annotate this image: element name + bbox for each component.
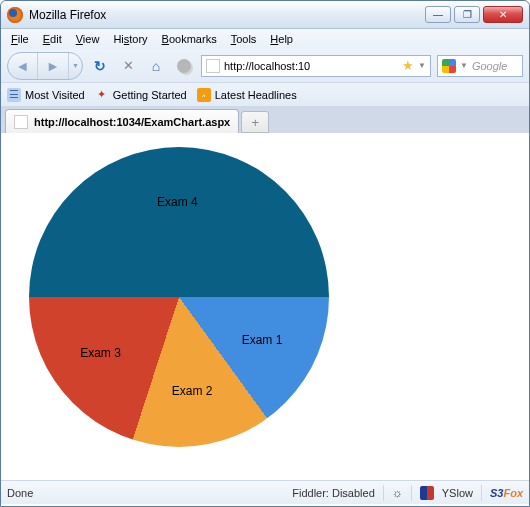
pie-slice-label: Exam 1 bbox=[242, 333, 283, 347]
bookmark-star-icon[interactable]: ★ bbox=[402, 58, 414, 73]
page-content: Exam 1Exam 2Exam 3Exam 4 bbox=[1, 133, 529, 480]
menu-view[interactable]: View bbox=[70, 32, 106, 46]
getting-started-icon: ✦ bbox=[95, 88, 109, 102]
status-bar: Done Fiddler: Disabled ☼ YSlow S3Fox bbox=[1, 480, 529, 504]
url-bar[interactable]: http://localhost:10 ★ ▼ bbox=[201, 55, 431, 77]
bookmark-label: Getting Started bbox=[113, 89, 187, 101]
bookmark-getting-started[interactable]: ✦ Getting Started bbox=[95, 88, 187, 102]
status-text: Done bbox=[7, 487, 284, 499]
addon-icon[interactable] bbox=[173, 55, 195, 77]
forward-button[interactable]: ► bbox=[38, 53, 68, 79]
bookmark-most-visited[interactable]: ☰ Most Visited bbox=[7, 88, 85, 102]
firebug-icon[interactable]: ☼ bbox=[392, 486, 403, 500]
pie-graphic bbox=[29, 147, 329, 447]
tab-title: http://localhost:1034/ExamChart.aspx bbox=[34, 116, 230, 128]
stop-button[interactable]: ✕ bbox=[117, 55, 139, 77]
search-bar[interactable]: ▼ Google bbox=[437, 55, 523, 77]
tab-strip: http://localhost:1034/ExamChart.aspx + bbox=[1, 107, 529, 133]
menu-tools[interactable]: Tools bbox=[225, 32, 263, 46]
pie-slice-label: Exam 4 bbox=[157, 195, 198, 209]
menu-history[interactable]: History bbox=[107, 32, 153, 46]
search-placeholder: Google bbox=[472, 60, 518, 72]
tab-active[interactable]: http://localhost:1034/ExamChart.aspx bbox=[5, 109, 239, 133]
bookmark-latest-headlines[interactable]: ៱ Latest Headlines bbox=[197, 88, 297, 102]
firefox-icon bbox=[7, 7, 23, 23]
bookmark-label: Most Visited bbox=[25, 89, 85, 101]
home-button[interactable]: ⌂ bbox=[145, 55, 167, 77]
bookmark-label: Latest Headlines bbox=[215, 89, 297, 101]
minimize-button[interactable]: — bbox=[425, 6, 451, 23]
s3fox-label[interactable]: S3Fox bbox=[490, 487, 523, 499]
google-icon bbox=[442, 59, 456, 73]
page-favicon bbox=[206, 59, 220, 73]
tab-favicon bbox=[14, 115, 28, 129]
menu-edit[interactable]: Edit bbox=[37, 32, 68, 46]
pie-slice-label: Exam 3 bbox=[80, 346, 121, 360]
pie-slice-label: Exam 2 bbox=[172, 384, 213, 398]
close-button[interactable]: ✕ bbox=[483, 6, 523, 23]
menu-help[interactable]: Help bbox=[264, 32, 299, 46]
pie-chart: Exam 1Exam 2Exam 3Exam 4 bbox=[29, 147, 329, 447]
nav-history-dropdown[interactable]: ▼ bbox=[68, 53, 82, 79]
menu-file[interactable]: File bbox=[5, 32, 35, 46]
fiddler-status[interactable]: Fiddler: Disabled bbox=[292, 487, 375, 499]
window-titlebar: Mozilla Firefox — ❐ ✕ bbox=[1, 1, 529, 29]
menubar: File Edit View History Bookmarks Tools H… bbox=[1, 29, 529, 49]
back-button[interactable]: ◄ bbox=[8, 53, 38, 79]
rss-icon: ៱ bbox=[197, 88, 211, 102]
navigation-toolbar: ◄ ► ▼ ↻ ✕ ⌂ http://localhost:10 ★ ▼ ▼ Go… bbox=[1, 49, 529, 83]
yslow-label[interactable]: YSlow bbox=[442, 487, 473, 499]
reload-button[interactable]: ↻ bbox=[89, 55, 111, 77]
bookmarks-toolbar: ☰ Most Visited ✦ Getting Started ៱ Lates… bbox=[1, 83, 529, 107]
menu-bookmarks[interactable]: Bookmarks bbox=[156, 32, 223, 46]
most-visited-icon: ☰ bbox=[7, 88, 21, 102]
yslow-icon[interactable] bbox=[420, 486, 434, 500]
search-engine-dropdown[interactable]: ▼ bbox=[460, 61, 468, 70]
url-text: http://localhost:10 bbox=[224, 60, 398, 72]
maximize-button[interactable]: ❐ bbox=[454, 6, 480, 23]
url-dropdown-icon[interactable]: ▼ bbox=[418, 61, 426, 70]
window-title: Mozilla Firefox bbox=[29, 8, 425, 22]
new-tab-button[interactable]: + bbox=[241, 111, 269, 133]
